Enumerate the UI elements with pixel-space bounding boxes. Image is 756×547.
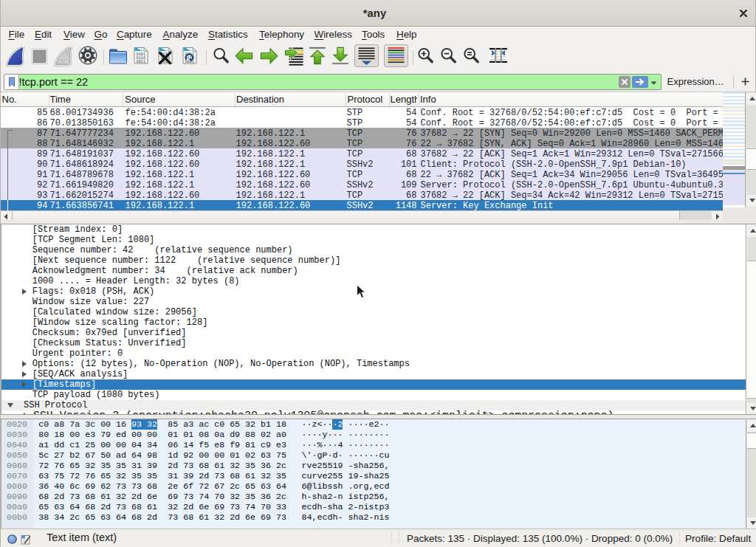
svg-text:0011: 0011 <box>185 60 194 64</box>
svg-text:0011: 0011 <box>137 60 145 64</box>
